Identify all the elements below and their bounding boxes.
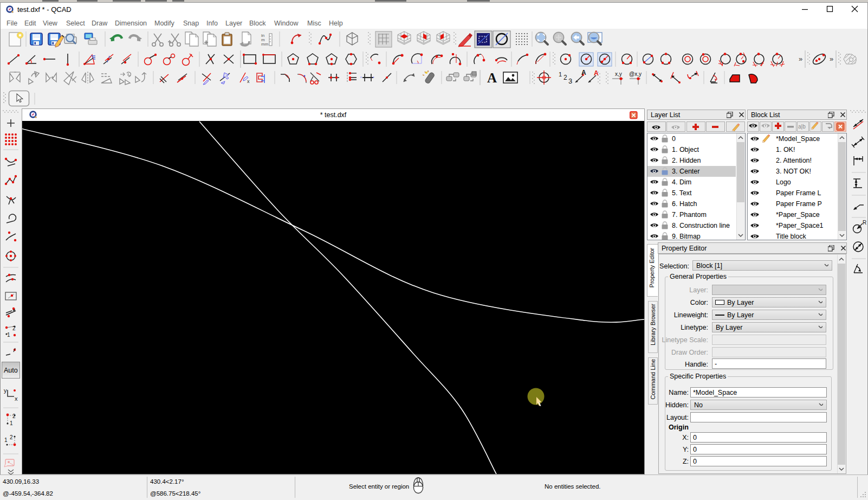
svg-text:2: 2 [563,74,567,81]
svg-text:@x,y: @x,y [629,71,642,77]
svg-text:*: * [360,76,362,80]
svg-text:Auto: Auto [4,367,18,374]
svg-text:x: x [247,79,250,84]
svg-text:2: 2 [10,434,13,440]
svg-text:y: y [4,387,7,394]
svg-text:»: » [830,55,833,63]
svg-text:2: 2 [12,413,16,419]
svg-text:3: 3 [568,77,572,85]
svg-text:A: A [487,70,497,85]
svg-text:mm: mm [261,42,269,47]
svg-text:x,y: x,y [615,71,622,77]
svg-text:A: A [581,69,586,76]
svg-text:1: 1 [7,332,10,338]
svg-text:*: * [373,76,374,80]
svg-text:1: 1 [559,71,562,78]
svg-text:x: x [15,395,18,402]
svg-text:»: » [799,55,802,63]
svg-text:1: 1 [4,437,8,443]
svg-text:1: 1 [10,420,13,426]
svg-text:A: A [594,69,599,77]
svg-text:a|b: a|b [798,124,806,130]
svg-text:2: 2 [12,325,16,331]
